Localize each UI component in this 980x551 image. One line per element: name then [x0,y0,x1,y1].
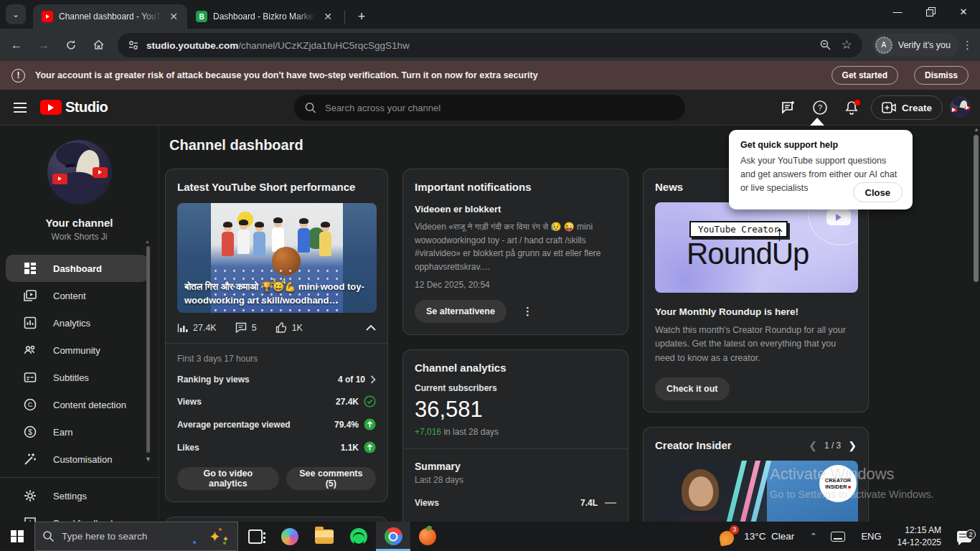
taskbar-search[interactable]: ✦✦ [34,522,238,551]
pager-next-icon[interactable]: ❯ [848,440,857,451]
reload-button[interactable] [60,34,82,56]
studio-search-bar[interactable] [294,95,685,121]
restore-button[interactable] [914,0,947,23]
site-settings-icon [128,39,139,51]
bar-chart-icon [177,323,188,333]
back-button[interactable]: ← [6,34,27,56]
sidebar-item-send-feedback[interactable]: ! Send feedback [6,509,149,522]
profile-chip[interactable]: A Verify it's you [872,34,959,57]
sidebar-scrollbar[interactable] [146,246,150,453]
sidebar-item-content-detection[interactable]: C Content detection [6,391,149,418]
taskbar-search-input[interactable] [62,531,176,542]
subscriber-delta-period: in last 28 days [441,427,499,437]
channel-name: Work Shorts Ji [0,232,159,242]
next-card-partial [165,517,388,522]
hamburger-menu-icon[interactable] [6,93,34,122]
sidebar-item-analytics[interactable]: Analytics [6,309,149,336]
studio-logo[interactable]: Studio [40,99,108,116]
bookmark-star-icon[interactable]: ☆ [842,37,852,52]
feedback-button[interactable] [776,95,801,120]
news-image-word: RoundUp [687,237,809,271]
see-comments-button[interactable]: See comments (5) [286,467,376,490]
news-thumbnail[interactable]: YouTube Creator RoundUp ↑ [655,202,858,293]
language-indicator[interactable]: ENG [852,531,890,542]
browser-menu-icon[interactable]: ⋮ [962,39,973,52]
scroll-up-icon[interactable]: ▲ [974,126,979,133]
copilot-sparkle-icon: ✦✦ [209,522,229,550]
close-button[interactable]: ✕ [947,0,980,23]
copilot-button[interactable] [273,522,307,551]
touch-keyboard-icon[interactable] [831,532,845,542]
check-it-out-button[interactable]: Check it out [655,377,730,400]
metric-ranking[interactable]: Ranking by views 4 of 10 [177,375,376,385]
kebab-menu-icon[interactable]: ⋮ [522,305,533,318]
start-button[interactable] [0,522,34,551]
sidebar-scroll-down-icon[interactable]: ▼ [145,456,151,463]
notifications-card-title: Important notifications [415,181,616,193]
notification-date: 12 Dec 2025, 20:54 [415,280,616,290]
sidebar-item-subtitles[interactable]: Subtitles [6,364,149,391]
home-button[interactable] [88,34,109,56]
tab-bizkro[interactable]: B Dashboard - Bizkro Market ✕ [187,4,341,29]
fl-studio-button[interactable] [410,522,445,551]
tab-youtube-studio[interactable]: Channel dashboard - YouTube S ✕ [33,4,187,29]
studio-search-input[interactable] [325,103,675,113]
pager-prev-icon[interactable]: ❮ [809,440,817,451]
see-alternatives-button[interactable]: Se alternativene [415,300,507,323]
spotify-button[interactable] [341,522,376,551]
collapse-card-button[interactable] [366,324,376,331]
up-arrow-circle-icon [364,418,376,430]
help-button[interactable]: ? [808,95,832,120]
zoom-icon[interactable] [819,39,831,51]
metric-label: Likes [177,443,199,453]
svg-text:C: C [28,401,33,408]
help-icon: ? [812,100,828,116]
minimize-button[interactable]: — [881,0,914,23]
task-view-button[interactable] [238,522,273,551]
page-scrollbar[interactable]: ▲ [974,128,979,521]
sidebar-scroll-up-icon[interactable]: ▲ [145,239,150,244]
scrollbar-thumb[interactable] [974,135,979,282]
weather-condition: Clear [771,531,794,542]
tooltip-close-button[interactable]: Close [853,182,903,202]
go-to-video-analytics-button[interactable]: Go to video analytics [177,467,279,490]
dismiss-button[interactable]: Dismiss [914,66,969,85]
views-count: 27.4K [193,323,217,333]
chrome-button[interactable] [376,522,410,551]
sidebar-item-label: Earn [53,427,72,438]
tray-expand-icon[interactable]: ⌃ [803,532,824,541]
tab-close-icon[interactable]: ✕ [167,10,180,23]
tab-close-icon[interactable]: ✕ [321,10,334,23]
notifications-button[interactable] [839,95,864,120]
sidebar-item-content[interactable]: Content [6,282,149,309]
taskbar: ✦✦ 3 13°C Clear ⌃ ENG 12:15 AM 14-12-20 [0,522,980,551]
short-video-thumbnail[interactable]: 3 . 4 बोतल गिरा और कमाओ 🏆😀💪 mini wood to… [177,203,377,313]
create-button[interactable]: Create [871,95,943,120]
new-tab-button[interactable]: + [352,7,371,26]
insider-thumbnail[interactable]: THIS WEEK AT CREATORINSIDER [655,461,858,522]
notification-dot [854,100,860,105]
forward-button[interactable]: → [33,34,55,56]
sidebar-item-customisation[interactable]: Customisation [6,446,149,473]
sidebar-item-earn[interactable]: $ Earn [6,418,149,446]
sidebar-item-settings[interactable]: Settings [6,482,149,509]
metric-views: Views 27.4K [177,395,376,408]
channel-avatar[interactable] [47,140,112,204]
short-card-title: Latest YouTube Short performance [177,181,376,193]
metric-label: Views [177,397,202,407]
notification-count-badge: 2 [966,529,976,540]
notification-center-button[interactable]: 2 [948,531,980,542]
get-started-button[interactable]: Get started [831,66,898,85]
clock[interactable]: 12:15 AM 14-12-2025 [890,524,948,547]
channel-avatar-small[interactable] [950,97,971,118]
summary-title: Summary [415,461,616,472]
url-bar[interactable]: studio.youtube.com/channel/UCzKZjda1fuHC… [118,33,862,57]
channel-analytics-card: Channel analytics Current subscribers 36… [402,349,628,522]
tab-search-button[interactable]: ⌄ [6,4,26,24]
sidebar-item-community[interactable]: Community [6,336,149,364]
weather-widget[interactable]: 3 13°C Clear [711,528,803,545]
fl-studio-icon [419,528,436,545]
sidebar-item-dashboard[interactable]: Dashboard [6,255,149,282]
summary-label: Views [415,498,439,508]
file-explorer-button[interactable] [307,522,341,551]
